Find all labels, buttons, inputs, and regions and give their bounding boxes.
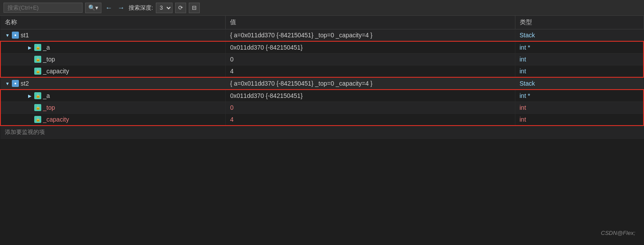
type-cell: Stack [515,77,644,90]
header-name: 名称 [0,16,226,29]
type-cell: int * [515,90,644,102]
type-cell: int [515,114,644,126]
table-row[interactable]: ▶ 🔒 _a 0x011dd370 {-842150451} int * [0,90,644,102]
watermark: CSDN@Flex; [601,230,635,236]
table-row[interactable]: ▼ ● st1 { a=0x011dd370 {-842150451} _top… [0,29,644,42]
variable-name: _top [43,56,55,63]
name-cell: ▼ ● st2 [0,77,226,90]
type-cell: int [515,54,644,65]
name-cell: ▶ 🔒 _top [0,54,226,65]
name-cell: ▶ 🔒 _capacity [0,114,226,126]
reevaluate-button[interactable]: ⟳ [175,3,186,13]
search-input[interactable] [4,3,83,13]
name-cell: ▼ ● st1 [0,29,226,42]
name-cell: ▶ 🔒 _capacity [0,65,226,78]
value-cell: 0 [226,102,515,114]
variable-name: _top [43,104,55,111]
collapse-button[interactable]: ⊟ [189,3,200,13]
expand-icon[interactable]: ▶ [27,94,32,98]
variable-name: _a [43,92,50,99]
add-watch-label: 添加要监视的项 [5,129,45,135]
add-watch-row[interactable]: 添加要监视的项 [0,126,644,139]
header-value: 值 [226,16,515,29]
search-dropdown-icon: 🔍▾ [88,4,98,11]
variable-name: st1 [21,32,29,39]
table-row[interactable]: ▶ 🔒 _capacity 4 int [0,65,644,78]
variable-name: _capacity [43,116,69,123]
field-icon: 🔒 [34,116,41,123]
value-cell: 4 [226,114,515,126]
value-cell: 4 [226,65,515,78]
table-row[interactable]: ▶ 🔒 _top 0 int [0,54,644,65]
depth-label: 搜索深度: [129,4,153,12]
value-cell: { a=0x011dd370 {-842150451} _top=0 _capa… [226,77,515,90]
expand-icon[interactable]: ▼ [5,81,10,86]
table-row[interactable]: ▶ 🔒 _capacity 4 int [0,114,644,126]
nav-forward-button[interactable]: → [116,4,126,12]
variable-name: _a [43,44,50,51]
expand-icon[interactable]: ▶ [27,45,32,50]
name-cell: ▶ 🔒 _a [0,41,226,54]
name-cell: ▶ 🔒 _a [0,90,226,102]
expand-icon[interactable]: ▼ [5,33,10,38]
table-header-row: 名称 值 类型 [0,16,644,29]
watch-table-container: 名称 值 类型 ▼ ● st1 { a=0x011dd370 {-8421504… [0,16,644,245]
value-cell: { a=0x011dd370 {-842150451} _top=0 _capa… [226,29,515,42]
type-cell: int [515,65,644,78]
add-watch-cell[interactable]: 添加要监视的项 [0,126,644,139]
value-cell: 0x011dd370 {-842150451} [226,90,515,102]
reevaluate-icon: ⟳ [178,4,183,11]
field-icon: 🔒 [34,92,41,99]
name-cell: ▶ 🔒 _top [0,102,226,114]
nav-back-button[interactable]: ← [104,4,114,12]
watch-table: 名称 值 类型 ▼ ● st1 { a=0x011dd370 {-8421504… [0,16,644,139]
field-icon: 🔒 [34,68,41,75]
collapse-icon: ⊟ [192,4,197,11]
value-cell: 0x011dd370 {-842150451} [226,41,515,54]
type-cell: int * [515,41,644,54]
value-cell: 0 [226,54,515,65]
table-row[interactable]: ▶ 🔒 _top 0 int [0,102,644,114]
variable-name: st2 [21,80,29,87]
type-cell: Stack [515,29,644,42]
toolbar: 🔍▾ ← → 搜索深度: 1 2 3 4 5 ⟳ ⊟ [0,0,644,16]
table-row[interactable]: ▶ 🔒 _a 0x011dd370 {-842150451} int * [0,41,644,54]
field-icon: 🔒 [34,104,41,111]
field-icon: 🔒 [34,44,41,51]
field-icon: 🔒 [34,56,41,63]
object-icon: ● [12,80,19,87]
depth-select[interactable]: 1 2 3 4 5 [156,3,173,13]
object-icon: ● [12,32,19,39]
table-row[interactable]: ▼ ● st2 { a=0x011dd370 {-842150451} _top… [0,77,644,90]
search-dropdown-button[interactable]: 🔍▾ [85,3,101,13]
type-cell: int [515,102,644,114]
variable-name: _capacity [43,68,69,75]
header-type: 类型 [515,16,644,29]
